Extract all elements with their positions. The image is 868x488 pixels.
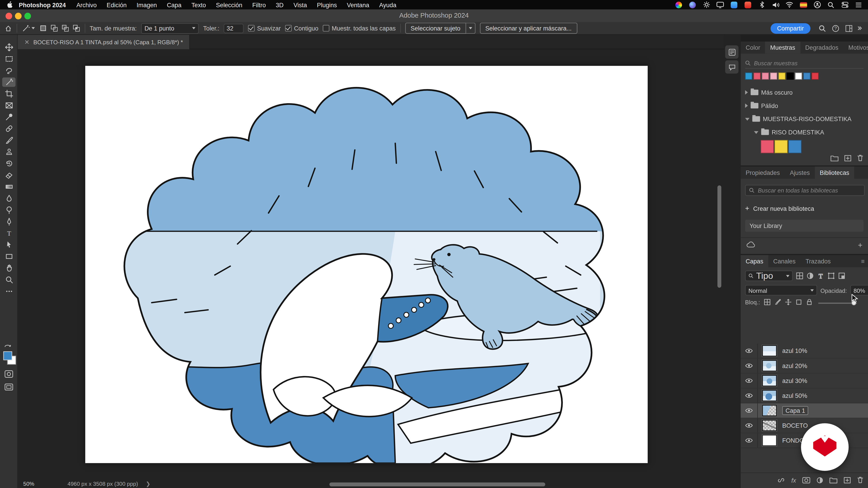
menu-ayuda[interactable]: Ayuda [374,1,401,8]
swap-colors-icon[interactable] [4,343,11,349]
display-icon[interactable] [716,1,724,8]
search-icon[interactable] [818,24,826,32]
layer-thumbnail[interactable] [762,360,777,371]
menu-filtro[interactable]: Filtro [247,1,271,8]
lock-position-icon[interactable] [785,298,792,305]
wifi-icon[interactable] [785,1,793,8]
tab-bibliotecas[interactable]: Bibliotecas [815,166,854,179]
zoom-level[interactable]: 50% [23,481,34,487]
foreground-color-chip[interactable] [3,351,12,360]
shape-tool[interactable] [2,252,16,261]
layer-row-azul-30[interactable]: azul 30% [741,373,868,388]
tab-ajustes[interactable]: Ajustes [785,166,815,179]
tab-propiedades[interactable]: Propiedades [741,166,785,179]
eraser-tool[interactable] [2,170,16,180]
tab-motivos[interactable]: Motivos [843,41,868,54]
swatch[interactable] [762,72,769,80]
filter-type-layers-icon[interactable]: T [817,272,825,280]
active-tool-icon[interactable] [22,24,35,33]
filter-adjustment-layers-icon[interactable] [807,272,814,280]
riso-swatch-yellow[interactable] [774,140,788,153]
collapsed-history-panel-icon[interactable] [725,45,739,59]
spotlight-search-icon[interactable] [827,1,835,8]
lock-pixels-brush-icon[interactable] [774,298,781,305]
new-group-icon[interactable] [830,155,839,161]
layer-name[interactable]: azul 10% [782,348,807,354]
swatch[interactable] [753,72,761,80]
close-window-button[interactable] [5,13,12,19]
menu-imagen[interactable]: Imagen [131,1,162,8]
layer-thumbnail[interactable] [762,420,777,431]
tab-canales[interactable]: Canales [768,255,801,267]
tab-capas[interactable]: Capas [741,255,768,267]
menu-vista[interactable]: Vista [289,1,312,8]
layer-name[interactable]: azul 30% [782,377,807,384]
tab-color[interactable]: Color [741,41,765,54]
zoom-window-button[interactable] [24,13,31,19]
swatch[interactable] [786,72,794,80]
swatch-group-riso-domestika-folder[interactable]: MUESTRAS-RISO-DOMESTIKA [745,112,851,126]
visibility-eye-icon[interactable] [741,433,758,448]
layer-row-azul-20[interactable]: azul 20% [741,359,868,373]
history-brush-tool[interactable] [2,159,16,168]
tolerance-input[interactable]: 32 [224,24,244,33]
cloud-sync-icon[interactable] [746,240,756,248]
swatch[interactable] [803,72,810,80]
lasso-tool[interactable] [2,66,16,75]
layer-row-azul-50[interactable]: azul 50% [741,388,868,403]
canvas-artwork[interactable] [85,66,648,463]
status-chevron-icon[interactable]: ❯ [146,481,151,487]
menu-seleccion[interactable]: Selección [211,1,247,8]
control-center-icon[interactable] [841,1,848,8]
swatch[interactable] [770,72,777,80]
tab-trazados[interactable]: Trazados [801,255,836,267]
add-layer-mask-icon[interactable] [802,477,811,483]
more-tools-ellipsis-icon[interactable] [2,287,16,296]
visibility-eye-icon[interactable] [741,388,758,403]
crop-tool[interactable] [2,89,16,98]
creative-cloud-icon[interactable] [744,1,752,8]
layer-effects-fx-icon[interactable]: fx [792,477,796,483]
color-wheel-icon[interactable] [675,1,682,8]
workspace-switcher-icon[interactable] [845,24,852,32]
contiguous-checkbox[interactable]: Contiguo [285,25,318,31]
riso-swatch-red[interactable] [761,140,774,153]
library-item-your-library[interactable]: Your Library [745,220,864,232]
layer-thumbnail[interactable] [762,375,777,386]
selection-mode-add-icon[interactable] [51,24,58,32]
new-group-folder-icon[interactable] [829,477,838,483]
layer-name[interactable]: Capa 1 [782,406,808,415]
screen-mode-icon[interactable] [4,383,13,391]
delete-layer-trash-icon[interactable] [857,477,864,484]
eyedropper-tool[interactable] [2,112,16,122]
close-tab-icon[interactable]: ✕ [24,38,30,46]
add-library-plus-icon[interactable]: + [858,240,862,250]
filter-pixel-layers-icon[interactable] [796,272,803,280]
quick-mask-icon[interactable] [4,370,13,378]
layer-name[interactable]: azul 50% [782,392,807,399]
select-and-mask-button[interactable]: Seleccionar y aplicar máscara... [480,23,577,34]
list-menu-icon[interactable] [855,1,862,8]
magic-wand-tool[interactable] [2,77,16,87]
delete-trash-icon[interactable] [857,154,864,162]
layer-thumbnail[interactable] [762,405,777,416]
menu-texto[interactable]: Texto [186,1,211,8]
path-selection-tool[interactable] [2,240,16,250]
clone-stamp-tool[interactable] [2,147,16,157]
swatch-group-riso-domestika-sub[interactable]: RISO DOMESTIKA [754,126,824,139]
visibility-eye-icon[interactable] [741,418,758,433]
layer-thumbnail[interactable] [762,345,777,356]
selection-mode-intersect-icon[interactable] [72,24,80,32]
type-tool[interactable]: T [2,228,16,238]
new-swatch-icon[interactable] [844,155,851,161]
layer-thumbnail[interactable] [762,390,777,401]
frame-tool[interactable] [2,101,16,110]
layer-name[interactable]: azul 20% [782,362,807,369]
visibility-eye-icon[interactable] [741,403,758,418]
pen-tool[interactable] [2,217,16,226]
panel-menu-icon[interactable]: ≡ [858,255,868,267]
select-subject-dropdown[interactable] [466,23,475,34]
messages-icon[interactable] [730,1,738,8]
home-screen-icon[interactable] [4,24,12,32]
collapse-panels-chevron-icon[interactable] [856,24,864,32]
